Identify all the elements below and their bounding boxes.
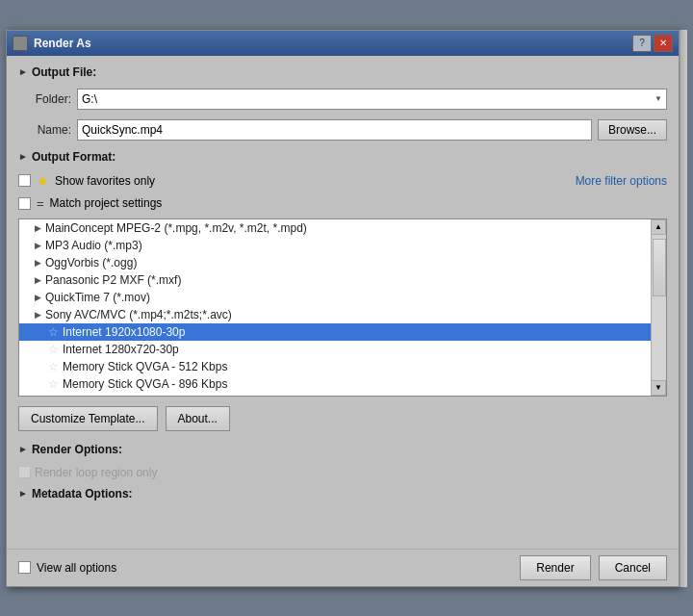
resize-handle[interactable]	[680, 30, 687, 587]
format-list-container: ▶MainConcept MPEG-2 (*.mpg, *.m2v, *.m2t…	[18, 218, 667, 397]
format-list-item[interactable]: ▶MP3 Audio (*.mp3)	[19, 237, 666, 254]
view-all-row: View all options	[18, 561, 520, 575]
favorite-star-icon: ☆	[48, 377, 59, 391]
format-item-label: MainConcept MPEG-2 (*.mpg, *.m2v, *.m2t,…	[45, 221, 307, 235]
titlebar-buttons: ? ✕	[632, 35, 673, 52]
folder-value: G:\	[82, 92, 97, 106]
view-all-checkbox[interactable]	[18, 561, 31, 574]
help-button[interactable]: ?	[632, 35, 652, 52]
expand-arrow-icon: ▶	[35, 310, 41, 320]
output-format-section: ► Output Format:	[18, 150, 667, 164]
match-project-label: Match project settings	[50, 196, 163, 210]
favorite-star-icon: ☆	[48, 360, 59, 373]
name-input[interactable]	[77, 119, 592, 141]
folder-row: Folder: G:\ ▼	[18, 89, 667, 110]
scrollbar-track: ▲ ▼	[651, 219, 666, 396]
render-button[interactable]: Render	[520, 555, 590, 580]
format-item-label: Memory Stick QVGA - 1128 Kbps	[63, 395, 234, 397]
name-label: Name:	[18, 123, 71, 137]
format-item-label: Internet 1920x1080-30p	[63, 325, 185, 339]
format-item-label: Sony AVC/MVC (*.mp4;*.m2ts;*.avc)	[45, 308, 232, 321]
format-item-label: OggVorbis (*.ogg)	[45, 256, 137, 270]
format-item-label: QuickTime 7 (*.mov)	[45, 291, 150, 304]
scrollbar-up-button[interactable]: ▲	[651, 219, 666, 235]
match-project-row: = Match project settings	[18, 196, 667, 211]
format-list-item[interactable]: ☆Internet 1280x720-30p	[19, 341, 666, 358]
format-list: ▶MainConcept MPEG-2 (*.mpg, *.m2v, *.m2t…	[19, 219, 666, 397]
expand-arrow-icon: ▶	[35, 241, 41, 250]
loop-region-checkbox	[18, 466, 31, 478]
customize-template-button[interactable]: Customize Template...	[18, 406, 158, 431]
format-list-item[interactable]: ☆Memory Stick QVGA - 512 Kbps	[19, 358, 666, 375]
render-options-section: ► Render Options:	[18, 443, 667, 456]
action-buttons-row: Customize Template... About...	[18, 406, 667, 431]
format-item-label: Memory Stick QVGA - 896 Kbps	[63, 377, 227, 391]
output-file-title: Output File:	[32, 65, 96, 79]
format-list-item[interactable]: ▶Panasonic P2 MXF (*.mxf)	[19, 271, 666, 289]
loop-region-row: Render loop region only	[18, 466, 667, 479]
metadata-options-arrow: ►	[18, 488, 28, 499]
format-list-item[interactable]: ▶Sony AVC/MVC (*.mp4;*.m2ts;*.avc)	[19, 306, 666, 323]
scrollbar-thumb[interactable]	[653, 239, 666, 296]
output-file-section: ► Output File:	[18, 65, 667, 79]
favorite-star-icon: ☆	[48, 395, 59, 397]
more-filter-link[interactable]: More filter options	[576, 174, 667, 188]
expand-arrow-icon: ▶	[35, 275, 41, 285]
about-button[interactable]: About...	[166, 406, 230, 431]
window-icon	[13, 36, 28, 51]
expand-arrow-icon: ▶	[35, 258, 41, 268]
format-list-item[interactable]: ▶OggVorbis (*.ogg)	[19, 254, 666, 271]
favorites-checkbox[interactable]	[18, 174, 31, 187]
format-list-item[interactable]: ▶QuickTime 7 (*.mov)	[19, 289, 666, 306]
favorite-star-icon: ☆	[48, 325, 59, 339]
format-list-item[interactable]: ☆Memory Stick QVGA - 896 Kbps	[19, 375, 666, 393]
format-list-item[interactable]: ▶MainConcept MPEG-2 (*.mpg, *.m2v, *.m2t…	[19, 219, 666, 237]
expand-arrow-icon: ▶	[35, 223, 41, 233]
scrollbar-down-button[interactable]: ▼	[651, 380, 666, 396]
render-options-title: Render Options:	[32, 443, 122, 456]
window-title: Render As	[34, 37, 632, 50]
expand-arrow-icon: ▶	[35, 293, 41, 302]
dropdown-arrow-icon: ▼	[654, 94, 662, 103]
cancel-button[interactable]: Cancel	[599, 555, 667, 580]
folder-dropdown[interactable]: G:\ ▼	[77, 89, 667, 110]
bottom-bar: View all options Render Cancel	[7, 549, 679, 586]
metadata-options-section: ► Metadata Options:	[18, 487, 667, 500]
format-list-item[interactable]: ☆Internet 1920x1080-30p	[19, 323, 666, 341]
star-icon: ★	[37, 173, 49, 189]
output-file-arrow: ►	[18, 66, 28, 77]
format-item-label: Panasonic P2 MXF (*.mxf)	[45, 273, 181, 287]
favorite-star-icon: ☆	[48, 343, 59, 356]
format-list-item[interactable]: ☆Memory Stick QVGA - 1128 Kbps	[19, 393, 666, 397]
format-item-label: Memory Stick QVGA - 512 Kbps	[63, 360, 227, 373]
folder-label: Folder:	[18, 92, 71, 106]
name-row: Name: Browse...	[18, 119, 667, 141]
bottom-buttons: Render Cancel	[520, 555, 667, 580]
output-format-arrow: ►	[18, 151, 28, 162]
view-all-label: View all options	[37, 561, 116, 575]
browse-button[interactable]: Browse...	[598, 119, 667, 141]
match-project-checkbox[interactable]	[18, 197, 31, 210]
show-favorites-label: Show favorites only	[55, 174, 155, 188]
loop-region-label: Render loop region only	[35, 466, 157, 479]
close-button[interactable]: ✕	[654, 35, 673, 52]
output-format-title: Output Format:	[32, 150, 116, 164]
format-item-label: Internet 1280x720-30p	[63, 343, 179, 356]
format-item-label: MP3 Audio (*.mp3)	[45, 239, 142, 252]
metadata-options-title: Metadata Options:	[32, 487, 133, 500]
titlebar: Render As ? ✕	[7, 31, 679, 56]
render-options-arrow: ►	[18, 444, 28, 454]
